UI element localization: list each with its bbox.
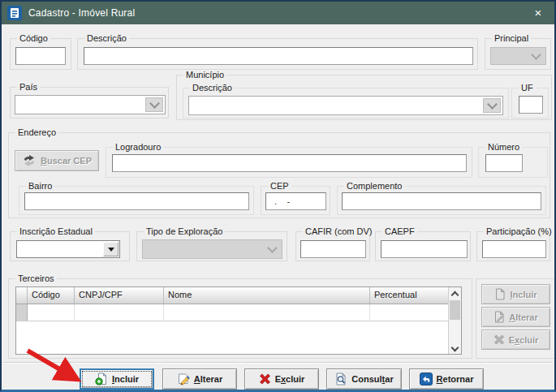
- buscar-cep-button[interactable]: Buscar CEP: [15, 150, 99, 171]
- municipio-descricao-dropdown[interactable]: [188, 96, 503, 115]
- logradouro-label: Logradouro: [113, 142, 163, 153]
- scrollbar-thumb[interactable]: [450, 300, 460, 320]
- complemento-label: Complemento: [344, 181, 404, 192]
- footer-divider: [3, 362, 553, 364]
- municipio-group: Município Descrição UF: [176, 75, 552, 120]
- terceiros-table-header: Código CNPJ/CPF Nome Percentual: [16, 287, 448, 304]
- principal-group: Principal: [485, 38, 551, 70]
- bairro-input[interactable]: [24, 192, 249, 210]
- cep-input[interactable]: [265, 192, 326, 210]
- delete-x-icon: [494, 334, 505, 345]
- codigo-group: Código: [10, 38, 71, 70]
- terceiros-legend: Terceiros: [15, 274, 57, 284]
- terceiros-buttons-group: Incluir Alterar Excluir: [476, 278, 555, 359]
- return-arrow-icon: [420, 373, 433, 386]
- scroll-down-button[interactable]: [449, 342, 461, 354]
- cadastro-imovel-rural-window: Cadastro - Imóvel Rural × Código Descriç…: [0, 0, 556, 392]
- scroll-up-button[interactable]: [449, 287, 461, 299]
- complemento-group: Complemento: [337, 186, 546, 215]
- uf-label: UF: [519, 83, 536, 93]
- logradouro-input[interactable]: [112, 154, 467, 172]
- chevron-down-icon: [487, 99, 498, 110]
- principal-dropdown-button[interactable]: [528, 50, 544, 62]
- endereco-legend: Endereço: [15, 127, 58, 138]
- terceiros-excluir-button[interactable]: Excluir: [481, 330, 550, 350]
- cafir-label: CAFIR (com DV): [303, 226, 375, 237]
- municipio-descricao-label: Descrição: [190, 83, 235, 93]
- incluir-button[interactable]: Incluir: [80, 368, 154, 390]
- municipio-legend: Município: [183, 70, 226, 80]
- participacao-group: Participação (%): [476, 231, 550, 261]
- column-header-percentual[interactable]: Percentual: [370, 287, 448, 304]
- column-header-codigo[interactable]: Código: [28, 287, 75, 304]
- terceiros-incluir-button[interactable]: Incluir: [481, 284, 550, 304]
- search-document-icon: [334, 373, 347, 386]
- excluir-button[interactable]: Excluir: [244, 368, 319, 390]
- inscricao-dropdown-button[interactable]: [103, 242, 119, 256]
- bairro-label: Bairro: [26, 181, 54, 192]
- consultar-button[interactable]: Consultar: [326, 368, 402, 390]
- titlebar[interactable]: Cadastro - Imóvel Rural ×: [2, 2, 554, 24]
- terceiros-table[interactable]: Código CNPJ/CPF Nome Percentual: [15, 286, 462, 355]
- cep-group: CEP: [261, 186, 330, 215]
- chevron-down-icon: [149, 98, 160, 109]
- cafir-group: CAFIR (com DV): [295, 231, 370, 261]
- vertical-scrollbar[interactable]: [448, 287, 461, 354]
- close-button[interactable]: ×: [528, 4, 548, 22]
- caepf-label: CAEPF: [382, 226, 417, 237]
- descricao-group: Descrição: [77, 38, 478, 70]
- numero-input[interactable]: [485, 154, 523, 172]
- window-title: Cadastro - Imóvel Rural: [28, 7, 135, 19]
- triangle-down-icon: [108, 248, 114, 252]
- numero-label: Número: [485, 142, 522, 153]
- municipio-dropdown-button[interactable]: [483, 98, 501, 113]
- cell-codigo[interactable]: [28, 304, 75, 321]
- caepf-input[interactable]: [381, 240, 468, 258]
- chevron-down-icon: [267, 243, 278, 253]
- cell-cnpj-cpf[interactable]: [75, 304, 164, 321]
- descricao-label: Descrição: [84, 33, 129, 44]
- terceiros-alterar-button[interactable]: Alterar: [481, 307, 550, 327]
- chevron-down-icon: [531, 50, 541, 60]
- principal-dropdown[interactable]: [490, 47, 546, 65]
- chevron-down-icon: [451, 344, 459, 352]
- pais-dropdown[interactable]: [15, 95, 166, 114]
- row-selector-header: [16, 287, 28, 304]
- logradouro-group: Logradouro: [106, 147, 472, 178]
- retornar-button[interactable]: Retornar: [409, 368, 484, 390]
- pais-dropdown-button[interactable]: [145, 97, 163, 112]
- tipo-exploracao-dropdown-button[interactable]: [264, 242, 280, 256]
- form-window-icon: [7, 6, 22, 20]
- table-row[interactable]: [16, 304, 448, 321]
- codigo-input[interactable]: [15, 47, 66, 65]
- principal-label: Principal: [492, 33, 531, 44]
- chevron-up-icon: [451, 291, 459, 299]
- participacao-label: Participação (%): [484, 226, 554, 237]
- cell-percentual[interactable]: [370, 304, 448, 321]
- column-header-nome[interactable]: Nome: [164, 287, 370, 304]
- caepf-group: CAEPF: [375, 231, 471, 261]
- tipo-exploracao-group: Tipo de Exploração: [136, 231, 287, 261]
- cafir-input[interactable]: [300, 240, 366, 258]
- inscricao-estadual-combobox[interactable]: [16, 240, 120, 258]
- new-page-icon: [494, 288, 506, 300]
- tipo-exploracao-dropdown[interactable]: [142, 239, 282, 259]
- tipo-exploracao-label: Tipo de Exploração: [144, 226, 225, 237]
- codigo-label: Código: [17, 33, 50, 44]
- cep-label: CEP: [268, 181, 291, 192]
- bairro-group: Bairro: [19, 186, 254, 215]
- column-header-cnpj-cpf[interactable]: CNPJ/CPF: [75, 287, 164, 304]
- descricao-input[interactable]: [84, 47, 473, 65]
- inscricao-estadual-label: Inscrição Estadual: [17, 226, 95, 237]
- uf-input[interactable]: [519, 96, 543, 114]
- edit-page-icon: [494, 311, 505, 323]
- alterar-button[interactable]: Alterar: [162, 368, 237, 390]
- pais-label: País: [17, 82, 40, 93]
- municipio-descricao-group: Descrição: [183, 88, 509, 118]
- inscricao-estadual-group: Inscrição Estadual: [10, 231, 130, 261]
- row-selector-cell[interactable]: [16, 304, 28, 321]
- cell-nome[interactable]: [164, 304, 370, 321]
- complemento-input[interactable]: [342, 192, 541, 210]
- participacao-input[interactable]: [482, 240, 546, 258]
- search-cep-arrows-icon: [22, 155, 37, 166]
